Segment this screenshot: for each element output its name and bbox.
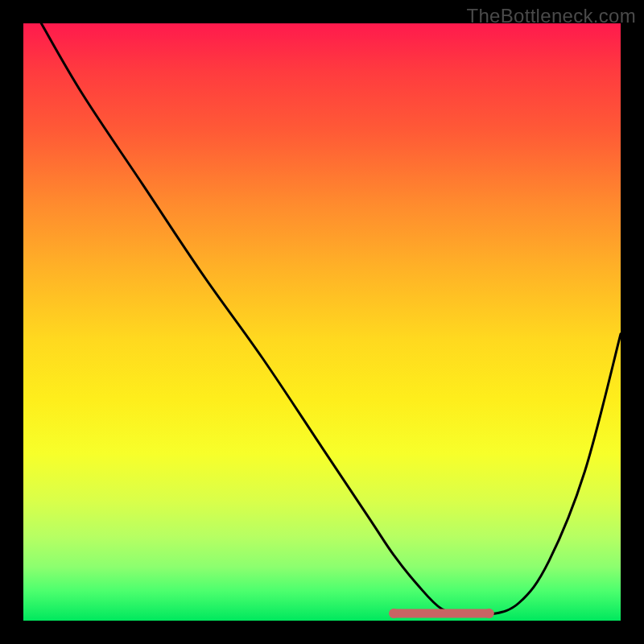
bottleneck-curve [23, 23, 621, 621]
flat-segment-start-dot [389, 609, 398, 618]
chart-stage: TheBottleneck.com [0, 0, 644, 644]
watermark-text: TheBottleneck.com [466, 5, 636, 27]
chart-plot-area [23, 23, 621, 621]
curve-path [41, 23, 621, 616]
flat-segment-end-dot [485, 609, 494, 618]
